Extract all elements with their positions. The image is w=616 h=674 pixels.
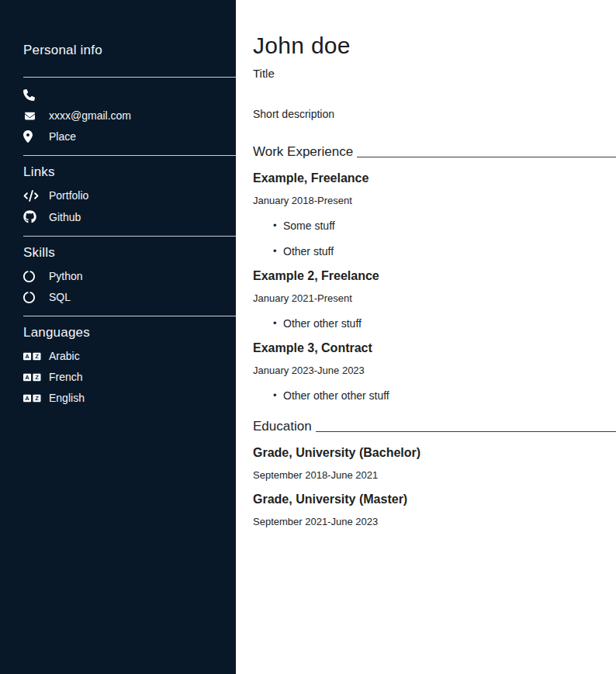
sidebar-divider xyxy=(23,236,236,237)
sidebar-title-languages: Languages xyxy=(23,325,236,340)
education-entries: Grade, University (Bachelor)September 20… xyxy=(253,446,616,527)
github-icon xyxy=(23,210,49,223)
sidebar-item-github[interactable]: Github xyxy=(23,210,236,223)
sidebar-item-python: Python xyxy=(23,270,236,282)
sidebar-title-personal-info: Personal info xyxy=(23,43,236,58)
work-entry-title: Example 2, Freelance xyxy=(253,269,616,283)
sidebar-item-label: French xyxy=(49,371,83,383)
person-title: Title xyxy=(253,67,616,80)
heading-rule xyxy=(316,431,616,432)
svg-text:Z: Z xyxy=(35,395,39,402)
sidebar-item-xxxx-gmail-com: xxxx@gmail.com xyxy=(23,109,236,122)
svg-text:Z: Z xyxy=(35,353,39,360)
work-entry-bullets: Some stuffOther stuff xyxy=(253,219,616,258)
bullet-item: Other other other stuff xyxy=(273,389,616,402)
sidebar-item-place: Place xyxy=(23,130,236,143)
sidebar-item-label: Place xyxy=(49,130,76,143)
svg-text:A: A xyxy=(25,353,29,360)
sidebar-rows-personal-info: xxxx@gmail.comPlace xyxy=(23,88,236,143)
code-icon xyxy=(23,190,49,202)
sidebar-item-label: SQL xyxy=(49,291,71,303)
sidebar-divider xyxy=(23,77,236,78)
sidebar-item-label: Portfolio xyxy=(49,189,88,202)
bullet-item: Other other stuff xyxy=(273,317,616,330)
sidebar-divider xyxy=(23,316,236,316)
main-content: John doe Title Short description Work Ex… xyxy=(236,0,616,674)
map-marker-icon xyxy=(23,130,49,143)
work-experience-heading-label: Work Experience xyxy=(253,144,353,160)
education-entry-dates: September 2021-June 2023 xyxy=(253,516,616,527)
sidebar-rows-links: PortfolioGithub xyxy=(23,189,236,223)
sidebar-item-arabic: AZArabic xyxy=(23,350,236,362)
education-entry-title: Grade, University (Bachelor) xyxy=(253,446,616,460)
language-icon: AZ xyxy=(23,373,49,382)
heading-rule xyxy=(357,157,616,157)
language-icon: AZ xyxy=(23,352,49,361)
sidebar-item-portfolio[interactable]: Portfolio xyxy=(23,189,236,202)
sidebar-item-label: English xyxy=(49,392,85,404)
bullet-item: Some stuff xyxy=(273,219,616,232)
work-entry-dates: January 2023-June 2023 xyxy=(253,365,616,376)
language-icon: AZ xyxy=(23,394,49,403)
person-name: John doe xyxy=(253,33,616,59)
svg-text:A: A xyxy=(25,395,29,402)
education-entry-title: Grade, University (Master) xyxy=(253,493,616,506)
sidebar-item-sql: SQL xyxy=(23,291,236,303)
education-heading-label: Education xyxy=(253,419,312,434)
sidebar-rows-skills: PythonSQL xyxy=(23,270,236,303)
education-entry-dates: September 2018-June 2021 xyxy=(253,469,616,481)
circle-notch-icon xyxy=(23,292,49,303)
phone-icon xyxy=(23,89,49,101)
sidebar-item-label: Arabic xyxy=(49,350,80,362)
work-entry-bullets: Other other stuff xyxy=(253,317,616,330)
svg-text:A: A xyxy=(25,374,29,381)
sidebar-item-english: AZEnglish xyxy=(23,392,236,404)
work-entries: Example, FreelanceJanuary 2018-PresentSo… xyxy=(253,171,616,402)
sidebar-item-phone xyxy=(23,88,236,101)
work-entry-bullets: Other other other stuff xyxy=(253,389,616,402)
sidebar-item-label: xxxx@gmail.com xyxy=(49,109,131,122)
work-entry-dates: January 2021-Present xyxy=(253,292,616,304)
education-heading: Education xyxy=(253,419,616,434)
work-entry-dates: January 2018-Present xyxy=(253,195,616,206)
sidebar-rows-languages: AZArabicAZFrenchAZEnglish xyxy=(23,350,236,404)
circle-notch-icon xyxy=(23,271,49,282)
resume-page: Personal info xxxx@gmail.comPlace Links … xyxy=(0,0,616,674)
envelope-icon xyxy=(23,111,49,121)
sidebar: Personal info xxxx@gmail.comPlace Links … xyxy=(0,0,236,674)
bullet-item: Other stuff xyxy=(273,245,616,258)
work-experience-heading: Work Experience xyxy=(253,144,616,160)
sidebar-title-links: Links xyxy=(23,164,236,180)
sidebar-title-skills: Skills xyxy=(23,245,236,261)
work-entry-title: Example 3, Contract xyxy=(253,341,616,355)
svg-text:Z: Z xyxy=(35,374,39,381)
sidebar-divider xyxy=(23,155,236,156)
sidebar-item-label: Python xyxy=(49,270,83,282)
work-entry-title: Example, Freelance xyxy=(253,171,616,185)
sidebar-item-french: AZFrench xyxy=(23,371,236,383)
short-description: Short description xyxy=(253,108,616,120)
sidebar-item-label: Github xyxy=(49,211,81,223)
